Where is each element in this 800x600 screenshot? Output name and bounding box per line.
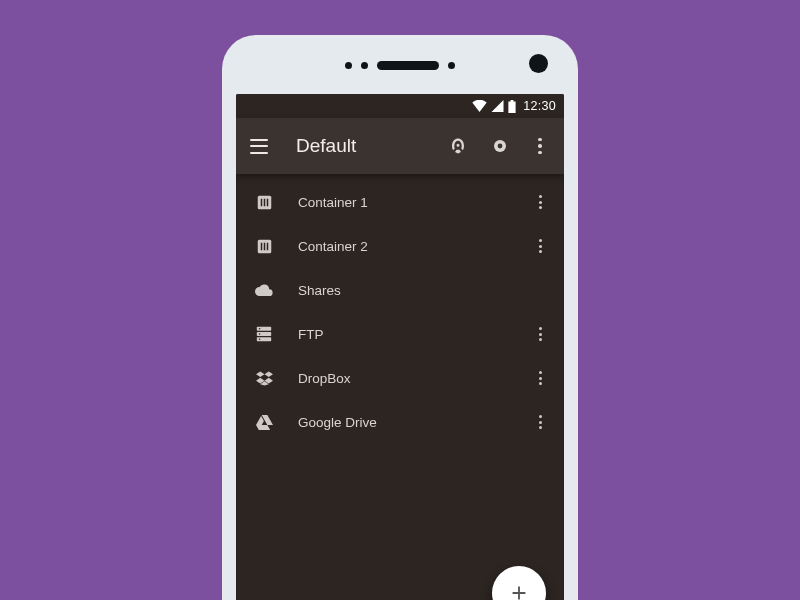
item-label: Shares (298, 283, 550, 298)
item-label: Google Drive (298, 415, 530, 430)
google-drive-icon (254, 412, 274, 432)
storage-list: Container 1 Container 2 Shares (236, 174, 564, 444)
phone-frame: 12:30 Default (222, 35, 578, 600)
app-title: Default (296, 135, 446, 157)
list-item-container-1[interactable]: Container 1 (236, 180, 564, 224)
item-overflow-button[interactable] (530, 327, 550, 341)
item-overflow-button[interactable] (530, 415, 550, 429)
svg-rect-8 (263, 242, 265, 250)
sensor-dot (448, 62, 455, 69)
list-item-container-2[interactable]: Container 2 (236, 224, 564, 268)
svg-rect-3 (260, 198, 262, 206)
item-label: Container 1 (298, 195, 530, 210)
item-overflow-button[interactable] (530, 195, 550, 209)
container-icon (254, 192, 274, 212)
item-overflow-button[interactable] (530, 239, 550, 253)
list-item-google-drive[interactable]: Google Drive (236, 400, 564, 444)
list-item-dropbox[interactable]: DropBox (236, 356, 564, 400)
dropbox-icon (254, 368, 274, 388)
svg-rect-7 (260, 242, 262, 250)
phone-screen: 12:30 Default (236, 94, 564, 600)
container-icon (254, 236, 274, 256)
fab-add-button[interactable] (492, 566, 546, 600)
clock-text: 12:30 (523, 99, 556, 113)
server-icon (254, 324, 274, 344)
cloud-icon (254, 280, 274, 300)
svg-point-1 (498, 144, 503, 149)
plus-icon (508, 582, 530, 600)
svg-point-15 (259, 338, 261, 340)
svg-rect-5 (266, 198, 268, 206)
sensor-dot (361, 62, 368, 69)
phone-sensors (222, 61, 578, 70)
svg-point-14 (259, 333, 261, 335)
wifi-icon (472, 100, 487, 112)
earpiece (377, 61, 439, 70)
battery-icon (508, 100, 516, 113)
svg-point-13 (259, 328, 261, 330)
app-bar-actions (446, 134, 554, 158)
item-overflow-button[interactable] (530, 371, 550, 385)
svg-rect-9 (266, 242, 268, 250)
front-camera (529, 54, 548, 73)
sensor-dot (345, 62, 352, 69)
item-label: DropBox (298, 371, 530, 386)
rocket-icon[interactable] (446, 134, 470, 158)
app-bar: Default (236, 118, 564, 174)
list-item-shares[interactable]: Shares (236, 268, 564, 312)
cellular-signal-icon (491, 100, 504, 112)
svg-rect-4 (263, 198, 265, 206)
visibility-icon[interactable] (488, 134, 512, 158)
menu-button[interactable] (250, 134, 274, 158)
status-bar: 12:30 (236, 94, 564, 118)
overflow-menu-button[interactable] (530, 138, 550, 155)
list-item-ftp[interactable]: FTP (236, 312, 564, 356)
item-label: FTP (298, 327, 530, 342)
item-label: Container 2 (298, 239, 530, 254)
